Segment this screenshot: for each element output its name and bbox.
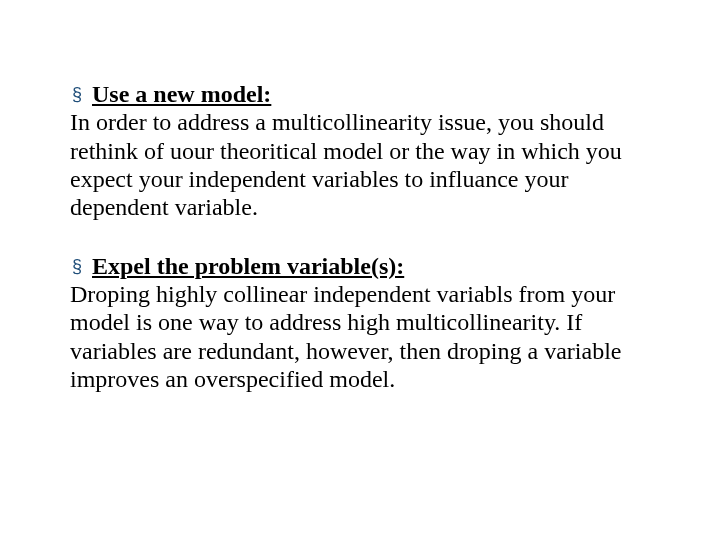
bullet-icon: § [72,252,82,280]
heading-2: Expel the problem variable(s): [92,252,404,280]
bullet-line: § Expel the problem variable(s): [70,252,650,280]
bullet-line: § Use a new model: [70,80,650,108]
block-1: § Use a new model: In order to address a… [70,80,650,222]
heading-1: Use a new model: [92,80,271,108]
body-2: Droping highly collinear independent var… [70,280,650,393]
bullet-icon: § [72,80,82,108]
block-2: § Expel the problem variable(s): Droping… [70,252,650,394]
slide: § Use a new model: In order to address a… [0,0,720,540]
body-1: In order to address a multicollinearity … [70,108,650,221]
